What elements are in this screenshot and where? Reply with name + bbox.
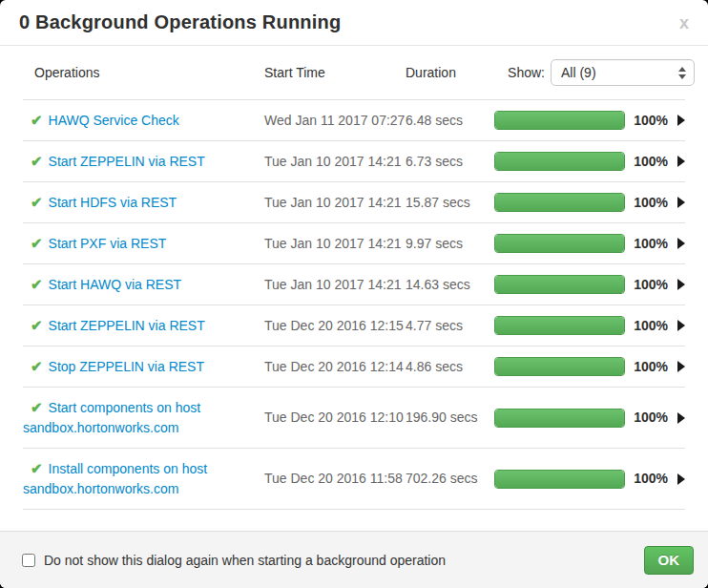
operation-name-cell: ✔Start HAWQ via REST xyxy=(23,274,264,295)
operation-row: ✔Stop ZEPPELIN via REST Tue Dec 20 2016 … xyxy=(23,346,685,388)
operation-name-cell: ✔Install components on host sandbox.hort… xyxy=(23,458,264,499)
progress-bar xyxy=(494,275,625,294)
progress-bar xyxy=(494,152,625,171)
operation-link[interactable]: Start components on host sandbox.hortonw… xyxy=(23,400,200,435)
caret-right-icon[interactable] xyxy=(677,412,685,424)
check-icon: ✔ xyxy=(31,317,43,333)
dont-show-label: Do not show this dialog again when start… xyxy=(44,553,446,568)
operation-duration: 702.26 secs xyxy=(406,469,494,489)
progress-bar xyxy=(494,234,625,253)
expand-row-cell xyxy=(668,197,685,208)
progress-bar-cell xyxy=(494,152,625,171)
operation-link[interactable]: Stop ZEPPELIN via REST xyxy=(49,359,204,374)
progress-percent: 100% xyxy=(625,357,668,377)
check-icon: ✔ xyxy=(31,358,43,374)
expand-row-cell xyxy=(668,156,685,167)
progress-bar-fill xyxy=(495,235,624,252)
caret-right-icon[interactable] xyxy=(677,361,685,372)
expand-row-cell xyxy=(668,320,685,331)
operation-link[interactable]: Install components on host sandbox.horto… xyxy=(23,461,207,496)
check-icon: ✔ xyxy=(31,460,43,476)
operation-start-time: Tue Jan 10 2017 14:21 xyxy=(264,234,406,254)
operation-name-cell: ✔Start components on host sandbox.horton… xyxy=(23,397,264,438)
check-icon: ✔ xyxy=(31,276,43,292)
progress-bar xyxy=(494,193,625,212)
show-filter-value: All (9) xyxy=(561,65,596,80)
operation-row: ✔Start ZEPPELIN via REST Tue Dec 20 2016… xyxy=(23,305,685,346)
column-header-start-time: Start Time xyxy=(264,65,406,80)
column-header-duration: Duration xyxy=(406,65,494,80)
operation-duration: 4.86 secs xyxy=(406,357,494,377)
operation-duration: 6.73 secs xyxy=(406,152,494,172)
check-icon: ✔ xyxy=(31,153,43,169)
dialog-header: 0 Background Operations Running x xyxy=(0,0,708,46)
progress-percent: 100% xyxy=(625,111,668,131)
progress-bar-fill xyxy=(495,358,624,375)
progress-bar xyxy=(494,316,625,335)
operation-link[interactable]: Start ZEPPELIN via REST xyxy=(49,154,205,169)
operation-row: ✔Start HDFS via REST Tue Jan 10 2017 14:… xyxy=(23,182,685,223)
operation-start-time: Tue Dec 20 2016 12:14 xyxy=(264,357,406,377)
operation-start-time: Tue Jan 10 2017 14:21 xyxy=(264,275,406,295)
dont-show-group: Do not show this dialog again when start… xyxy=(15,553,446,568)
arrow-up-icon xyxy=(678,67,686,72)
close-icon[interactable]: x xyxy=(679,14,689,32)
operation-start-time: Tue Jan 10 2017 14:21 xyxy=(264,152,406,172)
operations-list: ✔HAWQ Service Check Wed Jan 11 2017 07:2… xyxy=(23,99,685,510)
progress-bar-cell xyxy=(494,409,625,428)
operation-link[interactable]: Start ZEPPELIN via REST xyxy=(49,318,205,333)
operation-row: ✔Start components on host sandbox.horton… xyxy=(23,388,685,449)
operation-duration: 196.90 secs xyxy=(406,408,494,428)
dont-show-checkbox[interactable] xyxy=(22,554,35,567)
progress-percent: 100% xyxy=(625,234,668,254)
dialog-title: 0 Background Operations Running xyxy=(19,11,341,33)
caret-right-icon[interactable] xyxy=(677,279,685,290)
select-stepper-icon xyxy=(678,67,686,79)
progress-bar-cell xyxy=(494,316,625,335)
operation-row: ✔Start ZEPPELIN via REST Tue Jan 10 2017… xyxy=(23,141,685,182)
operation-duration: 14.63 secs xyxy=(406,275,494,295)
check-icon: ✔ xyxy=(31,399,43,415)
show-filter-select[interactable]: All (9) xyxy=(551,59,695,86)
operation-link[interactable]: HAWQ Service Check xyxy=(49,113,179,128)
progress-bar xyxy=(494,409,625,428)
caret-right-icon[interactable] xyxy=(677,197,685,208)
progress-bar-cell xyxy=(494,275,625,294)
progress-bar xyxy=(494,111,625,130)
operation-link[interactable]: Start PXF via REST xyxy=(49,236,167,251)
progress-bar-cell xyxy=(494,193,625,212)
progress-bar-fill xyxy=(495,410,624,427)
operation-name-cell: ✔Start PXF via REST xyxy=(23,233,264,254)
caret-right-icon[interactable] xyxy=(677,320,685,331)
expand-row-cell xyxy=(668,412,685,424)
check-icon: ✔ xyxy=(31,112,43,128)
ok-button[interactable]: OK xyxy=(644,546,695,575)
show-filter-group: Show: All (9) xyxy=(508,59,695,86)
operation-name-cell: ✔Start ZEPPELIN via REST xyxy=(23,151,264,172)
expand-row-cell xyxy=(668,238,685,249)
operation-link[interactable]: Start HDFS via REST xyxy=(49,195,177,210)
operation-row: ✔Start HAWQ via REST Tue Jan 10 2017 14:… xyxy=(23,264,685,305)
progress-percent: 100% xyxy=(625,316,668,336)
progress-bar-fill xyxy=(495,471,624,488)
caret-right-icon[interactable] xyxy=(677,473,685,485)
caret-right-icon[interactable] xyxy=(677,115,685,126)
table-header-row: Operations Start Time Duration Show: All… xyxy=(0,59,708,86)
operation-start-time: Tue Dec 20 2016 12:15 xyxy=(264,316,406,336)
progress-bar-cell xyxy=(494,470,625,489)
expand-row-cell xyxy=(668,115,685,126)
show-filter-label: Show: xyxy=(508,65,545,80)
operation-start-time: Tue Dec 20 2016 12:10 xyxy=(264,408,406,428)
progress-percent: 100% xyxy=(625,193,668,213)
operation-row: ✔Install components on host sandbox.hort… xyxy=(23,449,685,510)
expand-row-cell xyxy=(668,279,685,290)
expand-row-cell xyxy=(668,473,685,485)
progress-bar-cell xyxy=(494,357,625,376)
caret-right-icon[interactable] xyxy=(677,156,685,167)
operation-start-time: Wed Jan 11 2017 07:27 xyxy=(264,111,406,131)
progress-bar-cell xyxy=(494,111,625,130)
progress-bar-cell xyxy=(494,234,625,253)
column-header-operations: Operations xyxy=(23,65,264,80)
caret-right-icon[interactable] xyxy=(677,238,685,249)
operation-link[interactable]: Start HAWQ via REST xyxy=(49,277,182,292)
